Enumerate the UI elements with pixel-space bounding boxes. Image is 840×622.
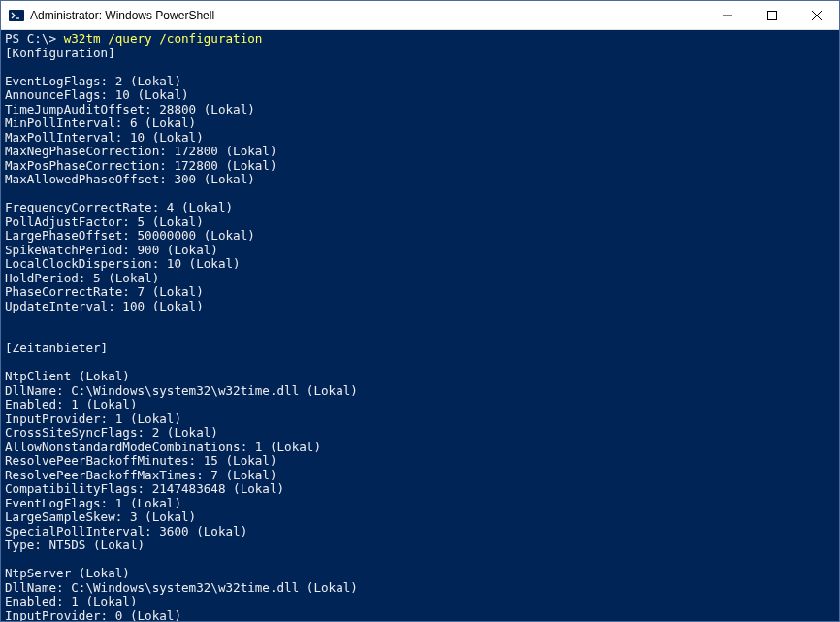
out-line: SpecialPollInterval: 3600 (Lokal) xyxy=(5,524,247,539)
prompt: PS C:\> xyxy=(5,31,64,46)
out-line: HoldPeriod: 5 (Lokal) xyxy=(5,271,159,285)
out-line: LargePhaseOffset: 50000000 (Lokal) xyxy=(5,228,255,243)
out-line: TimeJumpAuditOffset: 28800 (Lokal) xyxy=(5,102,255,116)
out-line: CompatibilityFlags: 2147483648 (Lokal) xyxy=(5,481,284,496)
out-line: EventLogFlags: 2 (Lokal) xyxy=(5,74,181,88)
out-line: Type: NT5DS (Lokal) xyxy=(5,538,145,552)
out-line: UpdateInterval: 100 (Lokal) xyxy=(5,299,204,313)
minimize-icon xyxy=(723,11,732,20)
powershell-icon xyxy=(9,8,24,23)
out-line: AllowNonstandardModeCombinations: 1 (Lok… xyxy=(5,440,321,454)
maximize-button[interactable] xyxy=(750,1,794,29)
out-line: InputProvider: 1 (Lokal) xyxy=(5,411,181,426)
out-line: CrossSiteSyncFlags: 2 (Lokal) xyxy=(5,425,218,440)
out-line: Enabled: 1 (Lokal) xyxy=(5,397,137,411)
minimize-button[interactable] xyxy=(705,1,750,29)
out-line: FrequencyCorrectRate: 4 (Lokal) xyxy=(5,200,233,214)
window-title: Administrator: Windows PowerShell xyxy=(30,9,705,22)
out-line: LargeSampleSkew: 3 (Lokal) xyxy=(5,509,196,524)
out-config-header: [Konfiguration] xyxy=(5,46,115,60)
out-line: Enabled: 1 (Lokal) xyxy=(5,594,137,608)
window-controls xyxy=(705,1,839,29)
out-line: MaxPosPhaseCorrection: 172800 (Lokal) xyxy=(5,158,277,173)
window-titlebar[interactable]: Administrator: Windows PowerShell xyxy=(1,1,839,30)
out-line: PollAdjustFactor: 5 (Lokal) xyxy=(5,214,204,229)
svg-rect-3 xyxy=(768,11,777,19)
svg-rect-0 xyxy=(9,10,24,21)
out-line: PhaseCorrectRate: 7 (Lokal) xyxy=(5,284,204,299)
out-providers-header: [Zeitanbieter] xyxy=(5,341,108,355)
out-line: NtpServer (Lokal) xyxy=(5,566,130,580)
out-line: SpikeWatchPeriod: 900 (Lokal) xyxy=(5,243,218,257)
out-line: LocalClockDispersion: 10 (Lokal) xyxy=(5,256,241,271)
out-line: InputProvider: 0 (Lokal) xyxy=(5,608,181,622)
close-button[interactable] xyxy=(794,1,839,29)
out-line: MinPollInterval: 6 (Lokal) xyxy=(5,115,196,130)
maximize-icon xyxy=(767,11,777,20)
close-icon xyxy=(812,11,822,20)
out-line: EventLogFlags: 1 (Lokal) xyxy=(5,496,181,510)
out-line: AnnounceFlags: 10 (Lokal) xyxy=(5,87,189,102)
out-line: ResolvePeerBackoffMaxTimes: 7 (Lokal) xyxy=(5,468,277,482)
typed-command: w32tm /query /configuration xyxy=(64,31,263,46)
out-line: NtpClient (Lokal) xyxy=(5,369,130,383)
out-line: DllName: C:\Windows\system32\w32time.dll… xyxy=(5,383,358,398)
out-line: MaxAllowedPhaseOffset: 300 (Lokal) xyxy=(5,172,255,186)
terminal-output[interactable]: PS C:\> w32tm /query /configuration [Kon… xyxy=(1,30,839,621)
out-line: MaxPollInterval: 10 (Lokal) xyxy=(5,130,204,145)
out-line: ResolvePeerBackoffMinutes: 15 (Lokal) xyxy=(5,453,277,468)
out-line: MaxNegPhaseCorrection: 172800 (Lokal) xyxy=(5,144,277,158)
out-line: DllName: C:\Windows\system32\w32time.dll… xyxy=(5,580,358,595)
